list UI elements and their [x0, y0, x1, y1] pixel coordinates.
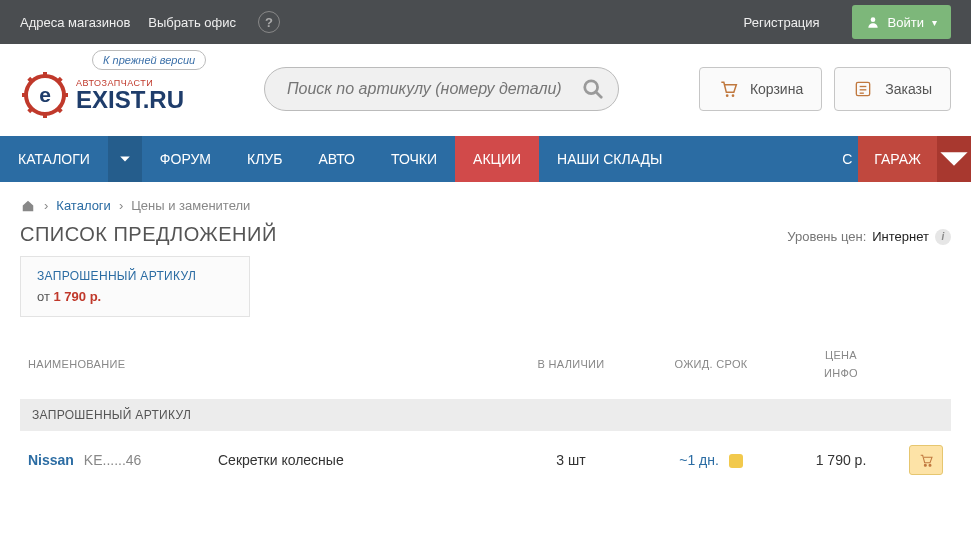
svg-rect-3 — [43, 112, 47, 118]
top-bar: Адреса магазинов Выбрать офис ? Регистра… — [0, 0, 971, 44]
user-icon — [866, 15, 880, 29]
choose-office-link[interactable]: Выбрать офис — [148, 15, 236, 30]
svg-text:e: e — [39, 83, 51, 106]
chevron-down-icon — [937, 142, 971, 176]
cart-label: Корзина — [750, 81, 803, 97]
section-header: ЗАПРОШЕННЫЙ АРТИКУЛ — [20, 399, 951, 431]
main-nav: КАТАЛОГИ ФОРУМ КЛУБ АВТО ТОЧКИ АКЦИИ НАШ… — [0, 136, 971, 182]
search-input[interactable] — [287, 80, 582, 98]
logo-gear-icon: e — [20, 70, 70, 120]
svg-point-19 — [924, 464, 926, 466]
price-value: 1 790 р. — [781, 431, 901, 489]
col-stock: В НАЛИЧИИ — [501, 339, 641, 399]
from-label: от — [37, 289, 50, 304]
logo[interactable]: e АВТОЗАПЧАСТИ EXIST.RU — [20, 70, 184, 120]
logo-block: К прежней версии e АВТОЗАПЧАСТИ EXIST.RU — [20, 58, 184, 120]
requested-title: ЗАПРОШЕННЫЙ АРТИКУЛ — [37, 269, 233, 283]
svg-point-14 — [732, 94, 735, 97]
search-icon[interactable] — [582, 78, 604, 100]
login-label: Войти — [888, 15, 924, 30]
nav-forum[interactable]: ФОРУМ — [142, 136, 229, 182]
chevron-down-icon — [119, 153, 131, 165]
svg-rect-4 — [22, 93, 28, 97]
status-indicator — [729, 454, 743, 468]
nav-points[interactable]: ТОЧКИ — [373, 136, 455, 182]
article-code: KE......46 — [84, 452, 142, 468]
old-version-link[interactable]: К прежней версии — [92, 50, 206, 70]
offers-table: НАИМЕНОВАНИЕ В НАЛИЧИИ ОЖИД. СРОК ЦЕНА И… — [20, 339, 951, 489]
wait-value: ~1 дн. — [679, 452, 719, 468]
svg-point-20 — [929, 464, 931, 466]
col-name: НАИМЕНОВАНИЕ — [20, 339, 210, 399]
price-level: Уровень цен: Интернет i — [787, 229, 951, 245]
list-icon — [853, 79, 873, 99]
orders-label: Заказы — [885, 81, 932, 97]
cart-icon — [718, 79, 738, 99]
svg-rect-5 — [62, 93, 68, 97]
nav-club[interactable]: КЛУБ — [229, 136, 300, 182]
breadcrumb: › Каталоги › Цены и заменители — [20, 198, 951, 213]
svg-point-13 — [726, 94, 729, 97]
col-price: ЦЕНА ИНФО — [781, 339, 901, 399]
item-description: Секретки колесные — [210, 431, 501, 489]
nav-catalogs[interactable]: КАТАЛОГИ — [0, 136, 108, 182]
chevron-down-icon: ▾ — [932, 17, 937, 28]
search-box — [264, 67, 619, 111]
price-level-label: Уровень цен: — [787, 229, 866, 244]
help-icon[interactable]: ? — [258, 11, 280, 33]
nav-truncated[interactable]: С — [824, 136, 858, 182]
requested-price: 1 790 р. — [54, 289, 102, 304]
orders-button[interactable]: Заказы — [834, 67, 951, 111]
breadcrumb-catalogs[interactable]: Каталоги — [56, 198, 111, 213]
brand-link[interactable]: Nissan — [28, 452, 74, 468]
nav-auto[interactable]: АВТО — [300, 136, 373, 182]
home-icon[interactable] — [20, 199, 36, 213]
cart-icon — [917, 452, 935, 468]
svg-rect-2 — [43, 72, 47, 78]
add-to-cart-button[interactable] — [909, 445, 943, 475]
info-icon[interactable]: i — [935, 229, 951, 245]
svg-point-0 — [870, 17, 875, 22]
col-wait: ОЖИД. СРОК — [641, 339, 781, 399]
nav-garage[interactable]: ГАРАЖ — [858, 136, 937, 182]
svg-line-12 — [596, 92, 602, 98]
nav-promo[interactable]: АКЦИИ — [455, 136, 539, 182]
login-button[interactable]: Войти ▾ — [852, 5, 951, 39]
nav-warehouses[interactable]: НАШИ СКЛАДЫ — [539, 136, 680, 182]
nav-catalogs-expand[interactable] — [108, 136, 142, 182]
nav-garage-expand[interactable] — [937, 136, 971, 182]
register-link[interactable]: Регистрация — [744, 15, 820, 30]
requested-article-box: ЗАПРОШЕННЫЙ АРТИКУЛ от 1 790 р. — [20, 256, 250, 317]
header: К прежней версии e АВТОЗАПЧАСТИ EXIST.RU — [0, 44, 971, 136]
price-level-value: Интернет — [872, 229, 929, 244]
stock-value: 3 шт — [501, 431, 641, 489]
breadcrumb-sep: › — [119, 198, 123, 213]
store-addresses-link[interactable]: Адреса магазинов — [20, 15, 130, 30]
page-title: СПИСОК ПРЕДЛОЖЕНИЙ — [20, 223, 277, 246]
cart-button[interactable]: Корзина — [699, 67, 822, 111]
logo-title: EXIST.RU — [76, 88, 184, 112]
breadcrumb-sep: › — [44, 198, 48, 213]
breadcrumb-current: Цены и заменители — [131, 198, 250, 213]
content: › Каталоги › Цены и заменители СПИСОК ПР… — [0, 182, 971, 511]
table-row: Nissan KE......46 Секретки колесные 3 шт… — [20, 431, 951, 489]
